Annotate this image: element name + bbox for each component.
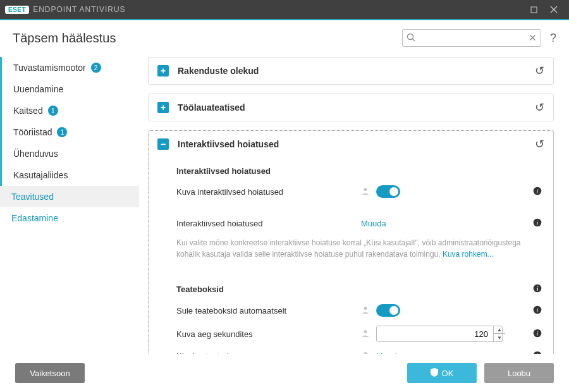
svg-point-3 (407, 34, 413, 40)
sidebar-item-label: Tööriistad (13, 127, 52, 137)
default-zone-button[interactable]: Vaiketsoon (15, 363, 85, 383)
edit-interactive-alerts-link[interactable]: Muuda (361, 219, 386, 228)
maximize-button[interactable] (523, 0, 544, 19)
user-icon (361, 187, 370, 197)
panel-interactive-alerts: − Interaktiivsed hoiatused ↺ Interaktiiv… (148, 130, 554, 354)
sidebar-item-tools[interactable]: Tööriistad 1 (0, 121, 139, 143)
sidebar-item-label: Uuendamine (13, 84, 63, 94)
undo-icon[interactable]: ↺ (535, 64, 544, 78)
close-icon (550, 6, 558, 13)
undo-icon[interactable]: ↺ (535, 101, 544, 114)
undo-icon[interactable]: ↺ (535, 137, 544, 151)
titlebar: ESET ENDPOINT ANTIVIRUS (0, 0, 569, 19)
svg-point-12 (364, 306, 367, 309)
section-heading-interactive-alerts: Interaktiivsed hoiatused (176, 166, 542, 176)
row-interactive-alerts-edit: Interaktiivsed hoiatused Muuda i (176, 214, 542, 233)
info-icon[interactable]: i (533, 218, 542, 229)
brand-badge: ESET (5, 6, 29, 14)
section-heading-message-boxes: Teateboksid i (176, 284, 542, 295)
sidebar-item-label: Tuvastamismootor (13, 63, 86, 73)
panel-desktop-notifications: + Töölauateatised ↺ (148, 94, 554, 121)
row-close-msgboxes-auto: Sule teateboksid automaatselt i (176, 300, 542, 321)
sidebar-item-connectivity[interactable]: Ühenduvus (0, 143, 139, 164)
sidebar-item-label: Kasutajaliides (13, 170, 68, 180)
sidebar-item-update[interactable]: Uuendamine (0, 78, 139, 100)
display-time-spinner: ▲ ▼ (376, 326, 503, 342)
sidebar-item-label: Ühenduvus (13, 149, 58, 159)
sidebar-badge: 1 (57, 127, 67, 137)
sidebar-badge: 1 (48, 106, 58, 116)
content-area: + Rakenduste olekud ↺ + Töölauateatised … (139, 53, 569, 354)
panel-header[interactable]: − Interaktiivsed hoiatused ↺ (149, 131, 553, 157)
svg-point-15 (364, 329, 367, 333)
row-label: Interaktiivsed hoiatused (176, 219, 361, 228)
help-button[interactable]: ? (550, 32, 556, 45)
panel-header[interactable]: + Töölauateatised ↺ (149, 94, 553, 121)
page-title: Täpsem häälestus (13, 31, 116, 46)
info-icon[interactable]: i (533, 329, 542, 340)
info-icon[interactable]: i (533, 284, 542, 295)
panel-app-statuses: + Rakenduste olekud ↺ (148, 57, 554, 85)
row-label: Sule teateboksid automaatselt (176, 306, 361, 315)
sidebar-item-notifications[interactable]: Teavitused (0, 186, 139, 207)
search-icon (407, 33, 415, 44)
row-label: Kuva aeg sekundites (176, 329, 361, 339)
page-header: Täpsem häälestus ✕ ? (0, 20, 569, 53)
sidebar-badge: 2 (91, 63, 101, 73)
shield-icon (431, 368, 438, 379)
sidebar-item-detection-engine[interactable]: Tuvastamismootor 2 (0, 57, 139, 78)
panel-header[interactable]: + Rakenduste olekud ↺ (149, 58, 553, 84)
info-icon[interactable]: i (533, 305, 542, 316)
user-icon (361, 305, 370, 316)
sidebar-item-label: Teavitused (11, 192, 54, 202)
close-button[interactable] (544, 0, 564, 19)
sidebar-item-ui[interactable]: Kasutajaliides (0, 164, 139, 186)
panel-title: Rakenduste olekud (178, 66, 535, 76)
spin-up-button[interactable]: ▲ (494, 326, 505, 334)
show-more-link[interactable]: Kuva rohkem... (443, 250, 494, 259)
info-icon[interactable]: i (533, 187, 542, 197)
toggle-show-interactive-alerts[interactable] (376, 185, 400, 198)
row-label: Kuva interaktiivsed hoiatused (176, 187, 361, 197)
expand-icon: + (157, 102, 169, 113)
sidebar-item-forwarding[interactable]: Edastamine (0, 207, 139, 229)
interactive-alerts-description: Kui valite mõne konkreetse interaktiivse… (176, 237, 542, 260)
sidebar: Tuvastamismootor 2 Uuendamine Kaitsed 1 … (0, 53, 139, 354)
toggle-close-msgboxes-auto[interactable] (376, 304, 400, 317)
panel-title: Töölauateatised (178, 102, 535, 113)
footer: Vaiketsoon OK Loobu (0, 354, 569, 392)
search-input[interactable] (402, 29, 541, 47)
ok-button[interactable]: OK (407, 363, 477, 383)
clear-search-icon[interactable]: ✕ (529, 32, 537, 44)
sidebar-item-label: Edastamine (11, 213, 58, 223)
collapse-icon: − (157, 138, 169, 150)
svg-rect-0 (531, 7, 537, 13)
display-time-input[interactable] (377, 329, 493, 339)
spin-down-button[interactable]: ▼ (494, 334, 505, 341)
search-wrap: ✕ (402, 29, 541, 47)
panel-title: Interaktiivsed hoiatused (178, 139, 535, 149)
app-logo: ESET ENDPOINT ANTIVIRUS (5, 5, 126, 14)
svg-point-5 (364, 187, 367, 190)
row-show-interactive-alerts: Kuva interaktiivsed hoiatused i (176, 181, 542, 202)
svg-line-4 (412, 39, 415, 42)
expand-icon: + (157, 65, 169, 77)
row-confirmation-messages: Kinnitusteated Muuda i (176, 346, 542, 354)
sidebar-item-protections[interactable]: Kaitsed 1 (0, 100, 139, 121)
cancel-button[interactable]: Loobu (484, 363, 554, 383)
user-icon (361, 329, 370, 340)
maximize-icon (530, 6, 537, 13)
sidebar-item-label: Kaitsed (13, 106, 43, 116)
row-display-time-seconds: Kuva aeg sekundites ▲ ▼ (176, 321, 542, 346)
product-name: ENDPOINT ANTIVIRUS (33, 5, 125, 14)
